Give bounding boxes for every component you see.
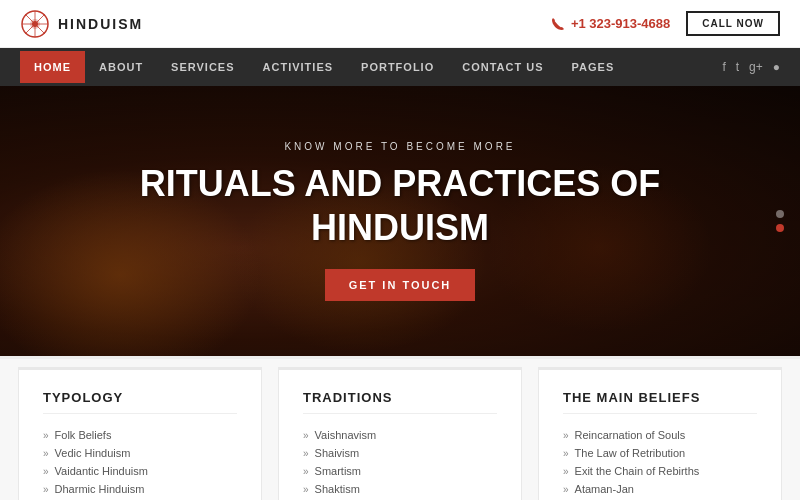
list-item: Reincarnation of Souls xyxy=(563,426,757,444)
logo-area: HINDUISM xyxy=(20,9,143,39)
list-item: Vedic Hinduism xyxy=(43,444,237,462)
slider-dot-2[interactable] xyxy=(776,224,784,232)
header-right: +1 323-913-4688 CALL NOW xyxy=(551,11,780,36)
nav-item-home[interactable]: HOME xyxy=(20,51,85,83)
svg-point-6 xyxy=(32,21,38,27)
twitter-icon[interactable]: t xyxy=(736,60,739,74)
social-icons: f t g+ ● xyxy=(722,60,780,74)
slider-dots xyxy=(776,210,784,232)
list-item: Vaidantic Hinduism xyxy=(43,462,237,480)
card-beliefs-list: Reincarnation of Souls The Law of Retrib… xyxy=(563,426,757,498)
card-typology-title: TYPOLOGY xyxy=(43,390,237,414)
card-traditions-title: TRADITIONS xyxy=(303,390,497,414)
facebook-icon[interactable]: f xyxy=(722,60,725,74)
phone-number: +1 323-913-4688 xyxy=(571,16,670,31)
hero-cta-button[interactable]: GET IN TOUCH xyxy=(325,269,476,301)
card-traditions: TRADITIONS Vaishnavism Shaivism Smartism… xyxy=(278,367,522,500)
call-now-button[interactable]: CALL NOW xyxy=(686,11,780,36)
list-item: Dharmic Hinduism xyxy=(43,480,237,498)
hero-title: RITUALS AND PRACTICES OF HINDUISM xyxy=(140,162,661,248)
nav-links: HOME ABOUT SERVICES ACTIVITIES PORTFOLIO… xyxy=(20,51,628,83)
site-header: HINDUISM +1 323-913-4688 CALL NOW xyxy=(0,0,800,48)
nav-item-portfolio[interactable]: PORTFOLIO xyxy=(347,51,448,83)
main-nav: HOME ABOUT SERVICES ACTIVITIES PORTFOLIO… xyxy=(0,48,800,86)
card-typology-list: Folk Beliefs Vedic Hinduism Vaidantic Hi… xyxy=(43,426,237,498)
nav-item-contact[interactable]: CONTACT US xyxy=(448,51,557,83)
phone-area: +1 323-913-4688 xyxy=(551,16,670,31)
card-beliefs-title: THE MAIN BELIEFS xyxy=(563,390,757,414)
card-traditions-list: Vaishnavism Shaivism Smartism Shaktism xyxy=(303,426,497,498)
card-typology: TYPOLOGY Folk Beliefs Vedic Hinduism Vai… xyxy=(18,367,262,500)
list-item: Vaishnavism xyxy=(303,426,497,444)
list-item: Shaktism xyxy=(303,480,497,498)
list-item: Shaivism xyxy=(303,444,497,462)
hero-subtitle: KNOW MORE TO BECOME MORE xyxy=(140,141,661,152)
googleplus-icon[interactable]: g+ xyxy=(749,60,763,74)
hero-content: KNOW MORE TO BECOME MORE RITUALS AND PRA… xyxy=(140,141,661,300)
nav-item-about[interactable]: ABOUT xyxy=(85,51,157,83)
nav-item-services[interactable]: SERVICES xyxy=(157,51,248,83)
slider-dot-1[interactable] xyxy=(776,210,784,218)
card-beliefs: THE MAIN BELIEFS Reincarnation of Souls … xyxy=(538,367,782,500)
logo-text: HINDUISM xyxy=(58,16,143,32)
list-item: Exit the Chain of Rebirths xyxy=(563,462,757,480)
hero-section: KNOW MORE TO BECOME MORE RITUALS AND PRA… xyxy=(0,86,800,356)
phone-icon xyxy=(551,17,565,31)
list-item: Folk Beliefs xyxy=(43,426,237,444)
instagram-icon[interactable]: ● xyxy=(773,60,780,74)
list-item: Smartism xyxy=(303,462,497,480)
logo-icon xyxy=(20,9,50,39)
nav-item-activities[interactable]: ACTIVITIES xyxy=(249,51,348,83)
nav-item-pages[interactable]: PAGES xyxy=(558,51,629,83)
list-item: The Law of Retribution xyxy=(563,444,757,462)
cards-section: TYPOLOGY Folk Beliefs Vedic Hinduism Vai… xyxy=(0,356,800,500)
list-item: Ataman-Jan xyxy=(563,480,757,498)
